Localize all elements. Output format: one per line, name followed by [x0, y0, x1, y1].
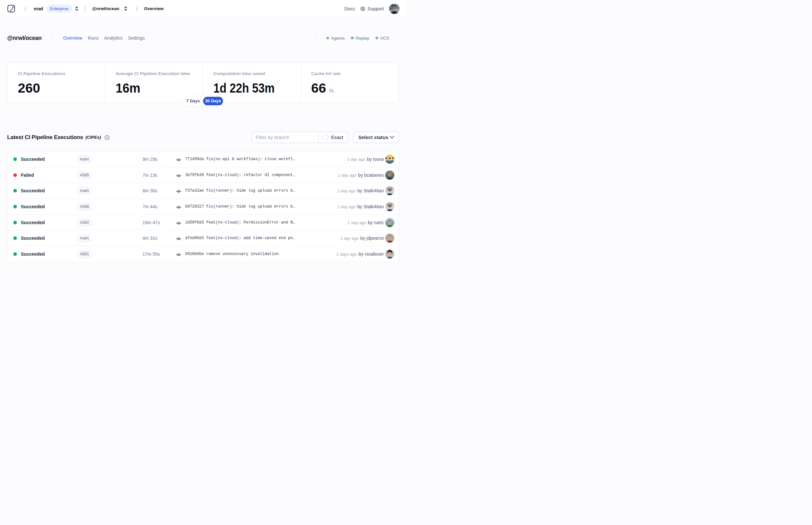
- svg-text:?: ?: [106, 135, 108, 139]
